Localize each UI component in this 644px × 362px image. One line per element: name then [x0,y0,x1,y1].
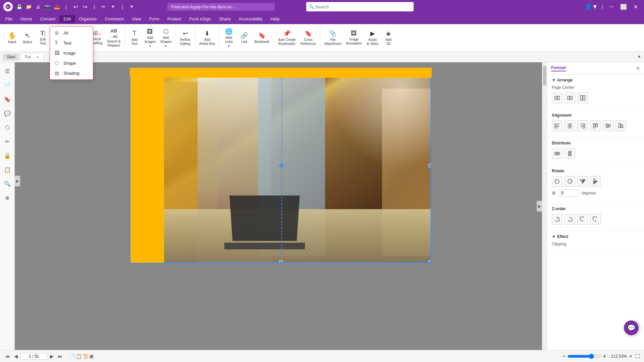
menu-file[interactable]: File [1,15,16,23]
forward-one-btn[interactable] [565,214,575,225]
zoom-out-button[interactable]: − [562,353,565,359]
sidebar-icon-search[interactable]: 🔍 [1,178,13,190]
canvas-collapse-right[interactable]: ▶ [537,201,542,212]
search-replace-button[interactable]: AB→AC Search &Replace [105,26,123,50]
dropdown-text[interactable]: T Text [50,38,93,48]
distribute-vert-btn[interactable] [565,148,575,159]
sidebar-icon-menu[interactable]: ☰ [1,65,13,77]
scan-icon[interactable]: 📷 [44,4,51,9]
sidebar-icon-edit[interactable]: ✏ [1,135,13,147]
sidebar-icon-bookmarks[interactable]: 🔖 [1,93,13,105]
distribute-horiz-btn[interactable] [552,148,562,159]
sidebar-collapse-button[interactable]: ▶ [15,176,20,186]
panel-close-button[interactable]: ✕ [636,66,640,71]
arrange-btn-2[interactable] [565,93,575,103]
tab-close-button[interactable]: ✕ [36,55,39,59]
zoom-dropdown[interactable]: ▼ [629,354,633,358]
flip-horiz-btn[interactable] [577,176,588,187]
flip-vert-btn[interactable] [590,176,601,187]
auto-create-bookmarks-button[interactable]: 📌 Auto CreateBookmarks [276,26,298,50]
zoom-in-button[interactable]: + [603,353,606,359]
page-view-button[interactable]: 📄 [69,354,75,359]
split-view-button[interactable]: ⊞ [90,354,94,359]
chat-button[interactable]: 💬 [624,320,639,335]
menu-share[interactable]: Share [215,15,235,23]
folder-icon[interactable]: 📁 [25,4,32,9]
sidebar-icon-attachments[interactable]: 📋 [1,164,13,176]
tab-document[interactable]: For... ✕ [20,53,43,61]
cross-reference-button[interactable]: 🔖 CrossReference [299,26,318,50]
canvas-area[interactable]: ▶ [15,62,547,350]
tab-dropdown-button[interactable]: ▼ [637,54,641,59]
menu-view[interactable]: View [128,15,145,23]
edit-text-button[interactable]: T| EditText [36,26,50,50]
export-icon[interactable]: 📤 [53,4,60,9]
save-icon[interactable]: 💾 [15,4,23,9]
link-button[interactable]: 🔗 Link [237,26,252,50]
maximize-button[interactable]: ⬜ [618,3,630,11]
dropdown-shading[interactable]: ▨ Shading [50,68,93,78]
next-page-button[interactable]: ▶ [49,353,55,360]
pencil-dropdown[interactable]: ▼ [109,4,117,9]
menu-accessibility[interactable]: Accessibility [235,15,267,23]
fullscreen-button[interactable]: ⛶ [635,354,640,359]
image-annotation-button[interactable]: 🖼 ImageAnnotation [344,26,364,50]
backward-one-btn[interactable] [577,214,588,225]
pencil-icon[interactable]: ✏ [100,4,107,9]
send-back-btn[interactable] [590,214,601,225]
zoom-slider[interactable] [568,354,601,359]
user-avatar[interactable]: 👤▼ [585,3,598,10]
close-button[interactable]: ✕ [631,3,641,11]
page-number-input[interactable] [20,353,47,360]
minimize-button[interactable]: ─ [607,3,616,11]
menu-convert[interactable]: Convert [36,15,60,23]
align-center-btn[interactable] [565,120,575,131]
sidebar-icon-add[interactable]: ⊕ [1,192,13,204]
add-shapes-button[interactable]: ⬡ AddShapes ▼ [158,26,174,50]
sidebar-icon-security[interactable]: 🔒 [1,149,13,162]
menu-form[interactable]: Form [145,15,163,23]
first-page-button[interactable]: ⏮ [4,353,11,360]
align-left-btn[interactable] [552,120,562,131]
two-page-view-button[interactable]: 📋 [76,354,82,359]
menu-foxit-esign[interactable]: Foxit eSign [185,15,215,23]
print-icon[interactable]: 🖨 [34,4,42,9]
menu-comment[interactable]: Comment [101,15,127,23]
dropdown-all[interactable]: ⊞ All [50,28,93,38]
menu-organize[interactable]: Organize [75,15,101,23]
add-text-button[interactable]: T AddText [127,26,142,50]
degrees-input[interactable] [559,189,579,197]
custom-dropdown[interactable]: ▼ [128,4,136,9]
rotate-cw-btn[interactable] [565,176,575,187]
dropdown-shape[interactable]: ⬡ Shape [50,58,93,68]
format-tab[interactable]: Format [551,65,566,71]
arrange-btn-1[interactable] [552,93,562,103]
menu-help[interactable]: Help [267,15,284,23]
canvas-scrollbar[interactable] [542,62,547,350]
align-top-btn[interactable] [590,120,601,131]
reflow-editing-button[interactable]: ↩ ReflowEditing [178,26,193,50]
file-attachment-button[interactable]: 📎 FileAttachment [322,26,343,50]
prev-page-button[interactable]: ◀ [13,353,19,360]
sidebar-icon-layers[interactable]: ⬡ [1,121,13,133]
sidebar-icon-comments[interactable]: 💬 [1,107,13,119]
arrange-btn-3[interactable] [577,93,588,103]
align-right-btn[interactable] [577,120,588,131]
align-bottom-btn[interactable] [615,120,626,131]
dropdown-image[interactable]: 🖼 Image [50,48,93,58]
web-links-button[interactable]: 🌐 WebLinks ▼ [221,26,236,50]
select-button[interactable]: ↖ Select [20,26,35,50]
add-images-button[interactable]: 🖼 AddImages ▼ [143,26,158,50]
rotate-ccw-btn[interactable] [552,176,562,187]
menu-edit[interactable]: Edit [59,15,75,23]
menu-protect[interactable]: Protect [163,15,185,23]
bring-front-btn[interactable] [552,214,562,225]
align-middle-btn[interactable] [603,120,613,131]
tab-start[interactable]: Start [3,53,19,61]
add-article-box-button[interactable]: ⬇ AddArticle Box [197,26,217,50]
last-page-button[interactable]: ⏭ [56,353,64,360]
add-3d-button[interactable]: ◈ Add3D [381,26,396,50]
scroll-view-button[interactable]: 📜 [83,354,89,359]
redo-icon[interactable]: ↪ [81,4,89,10]
bookmark-button[interactable]: 🔖 Bookmark [252,26,271,50]
